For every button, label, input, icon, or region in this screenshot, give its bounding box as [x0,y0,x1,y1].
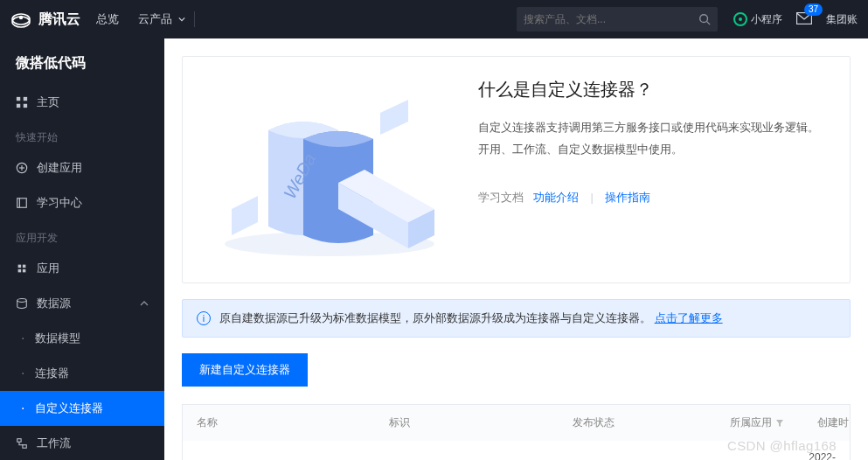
sidebar-title: 微搭低代码 [0,38,164,85]
svg-rect-6 [17,97,20,101]
book-icon [16,197,28,209]
sidebar-item-create-app[interactable]: 创建应用 [0,150,164,185]
svg-point-3 [700,15,708,23]
nav-divider [194,11,195,27]
sidebar-item-apps[interactable]: 应用 [0,251,164,286]
col-owning-app[interactable]: 所属应用 [730,415,817,430]
info-icon: i [197,311,211,325]
mini-program-icon [733,12,747,26]
svg-rect-21 [23,445,26,449]
plus-circle-icon [16,162,28,174]
hero-links-label: 学习文档 [478,191,524,204]
cloud-logo-icon [10,9,31,30]
table-header: 名称 标识 发布状态 所属应用 创建时 [182,404,851,441]
sidebar-item-workflow[interactable]: 工作流 [0,426,164,460]
svg-rect-20 [17,439,21,443]
sidebar: 微搭低代码 主页 快速开始 创建应用 学习中心 应用开发 应用 数据源 数据模型 [0,38,164,460]
account-name[interactable]: 集团账 [826,12,858,27]
svg-rect-9 [24,104,27,108]
global-search[interactable] [517,7,718,31]
col-name: 名称 [197,415,389,430]
new-custom-connector-button[interactable]: 新建自定义连接器 [182,353,308,387]
hero-links: 学习文档 功能介绍 | 操作指南 [478,190,825,206]
mini-program-link[interactable]: 小程序 [733,12,782,27]
svg-rect-8 [17,104,20,108]
col-created[interactable]: 创建时 [817,415,868,430]
search-input[interactable] [524,13,698,25]
svg-rect-16 [23,265,26,268]
notification-badge: 37 [804,3,823,16]
alert-text: 原自建数据源已升级为标准数据模型，原外部数据源升级成为连接器与自定义连接器。 [219,311,651,324]
col-identifier: 标识 [389,415,573,430]
database-icon [16,297,28,310]
top-header: 腾讯云 总览 云产品 小程序 37 集团账 [0,0,868,38]
hero-illustration: WeDa [207,78,452,261]
sidebar-item-custom-connector[interactable]: 自定义连接器 [0,391,164,426]
sidebar-item-datasource[interactable]: 数据源 [0,286,164,321]
hero-card: WeDa 什么是自定义连接器？ 自定义连接器支持调用第三方服务接口或使用代码来实… [182,56,851,283]
nav-overview[interactable]: 总览 [96,11,119,27]
upgrade-alert: i 原自建数据源已升级为标准数据模型，原外部数据源升级成为连接器与自定义连接器。… [182,299,851,338]
workflow-icon [16,437,28,450]
notifications[interactable]: 37 [796,12,812,27]
sidebar-item-connector[interactable]: 连接器 [0,356,164,391]
brand-logo[interactable]: 腾讯云 [10,9,80,30]
sidebar-item-learning[interactable]: 学习中心 [0,185,164,220]
alert-link[interactable]: 点击了解更多 [655,311,723,324]
grid-icon [16,96,28,108]
hero-title: 什么是自定义连接器？ [478,78,825,101]
svg-point-2 [19,16,23,19]
chevron-up-icon [140,299,149,308]
svg-line-4 [707,22,711,25]
hero-desc: 自定义连接器支持调用第三方服务接口或使用代码来实现业务逻辑。开用、工作流、自定义… [478,117,825,160]
search-icon[interactable] [698,13,711,25]
hero-link-features[interactable]: 功能介绍 [533,191,579,204]
top-nav: 总览 云产品 [96,11,185,27]
svg-point-19 [17,299,27,303]
main-content: WeDa 什么是自定义连接器？ 自定义连接器支持调用第三方服务接口或使用代码来实… [164,38,868,460]
sidebar-group-quickstart: 快速开始 [0,120,164,150]
filter-icon [775,419,784,428]
table-row[interactable]: 2022- [182,441,851,460]
apps-icon [16,262,28,275]
sidebar-item-home[interactable]: 主页 [0,85,164,120]
sidebar-group-dev: 应用开发 [0,220,164,251]
svg-rect-15 [18,265,22,268]
brand-text: 腾讯云 [38,10,80,29]
col-status: 发布状态 [573,415,730,430]
svg-rect-17 [18,269,22,273]
sidebar-item-data-model[interactable]: 数据模型 [0,321,164,356]
nav-products[interactable]: 云产品 [138,11,185,27]
svg-rect-7 [24,97,27,101]
header-right: 小程序 37 集团账 [733,12,858,27]
row-created-value: 2022- [809,451,836,460]
hero-link-guide[interactable]: 操作指南 [605,191,650,204]
svg-rect-18 [23,269,26,273]
svg-rect-13 [17,199,27,208]
